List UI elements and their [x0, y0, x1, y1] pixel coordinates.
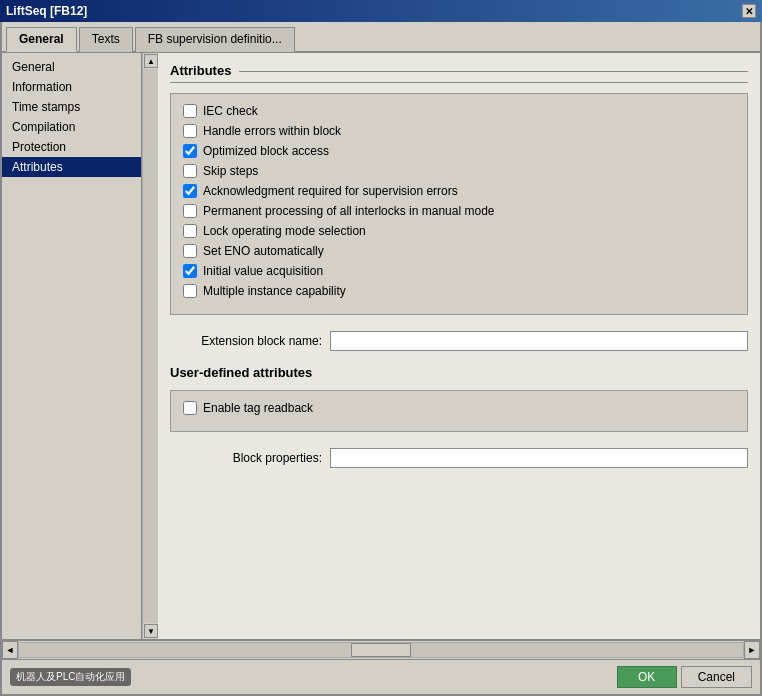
lock-operating-label: Lock operating mode selection [203, 224, 366, 238]
permanent-label: Permanent processing of all interlocks i… [203, 204, 494, 218]
scroll-track[interactable] [18, 642, 744, 658]
checkbox-multiple-instance: Multiple instance capability [183, 284, 735, 298]
ok-button[interactable]: OK [617, 666, 677, 688]
enable-tag-label: Enable tag readback [203, 401, 313, 415]
dialog: General Texts FB supervision definitio..… [0, 22, 762, 696]
sidebar-wrapper: General Information Time stamps Compilat… [2, 53, 158, 639]
sidebar-scroll-up[interactable]: ▲ [144, 54, 158, 68]
initial-value-label: Initial value acquisition [203, 264, 323, 278]
iec-check-label: IEC check [203, 104, 258, 118]
tab-texts[interactable]: Texts [79, 27, 133, 52]
optimized-input[interactable] [183, 144, 197, 158]
sidebar-item-information[interactable]: Information [2, 77, 141, 97]
initial-value-input[interactable] [183, 264, 197, 278]
permanent-input[interactable] [183, 204, 197, 218]
optimized-label: Optimized block access [203, 144, 329, 158]
extension-block-label: Extension block name: [170, 334, 330, 348]
checkbox-enable-tag: Enable tag readback [183, 401, 735, 415]
extension-block-input[interactable] [330, 331, 748, 351]
sidebar-item-protection[interactable]: Protection [2, 137, 141, 157]
user-defined-content: Enable tag readback [170, 390, 748, 432]
extension-block-row: Extension block name: [170, 325, 748, 357]
sidebar-item-timestamps[interactable]: Time stamps [2, 97, 141, 117]
title-bar: LiftSeq [FB12] ✕ [0, 0, 762, 22]
sidebar-scrollbar: ▲ ▼ [142, 53, 158, 639]
tab-bar: General Texts FB supervision definitio..… [2, 22, 760, 53]
sidebar-item-general[interactable]: General [2, 57, 141, 77]
sidebar-scroll-down[interactable]: ▼ [144, 624, 158, 638]
sidebar-scroll-track [143, 69, 158, 623]
scroll-right-btn[interactable]: ► [744, 641, 760, 659]
main-panel: Attributes IEC check Handle errors withi… [158, 53, 760, 639]
footer: 机器人及PLC自动化应用 OK Cancel [2, 659, 760, 694]
set-eno-input[interactable] [183, 244, 197, 258]
block-properties-label: Block properties: [170, 451, 330, 465]
checkbox-permanent: Permanent processing of all interlocks i… [183, 204, 735, 218]
acknowledgment-input[interactable] [183, 184, 197, 198]
content-area: General Information Time stamps Compilat… [2, 53, 760, 639]
user-defined-title: User-defined attributes [170, 365, 748, 380]
sidebar: General Information Time stamps Compilat… [2, 53, 142, 639]
checkbox-lock-operating: Lock operating mode selection [183, 224, 735, 238]
block-properties-input[interactable] [330, 448, 748, 468]
watermark-text: 机器人及PLC自动化应用 [10, 668, 131, 686]
cancel-button[interactable]: Cancel [681, 666, 752, 688]
checkbox-optimized: Optimized block access [183, 144, 735, 158]
footer-info: 机器人及PLC自动化应用 [10, 668, 613, 686]
multiple-instance-input[interactable] [183, 284, 197, 298]
block-properties-row: Block properties: [170, 442, 748, 474]
skip-steps-input[interactable] [183, 164, 197, 178]
user-defined-section: User-defined attributes Enable tag readb… [170, 365, 748, 474]
sidebar-item-compilation[interactable]: Compilation [2, 117, 141, 137]
sidebar-item-attributes[interactable]: Attributes [2, 157, 141, 177]
attributes-title-text: Attributes [170, 63, 231, 78]
tab-general[interactable]: General [6, 27, 77, 52]
acknowledgment-label: Acknowledgment required for supervision … [203, 184, 458, 198]
checkboxes-group: IEC check Handle errors within block Opt… [170, 93, 748, 315]
checkbox-initial-value: Initial value acquisition [183, 264, 735, 278]
skip-steps-label: Skip steps [203, 164, 258, 178]
scroll-thumb [351, 643, 411, 657]
enable-tag-input[interactable] [183, 401, 197, 415]
set-eno-label: Set ENO automatically [203, 244, 324, 258]
checkbox-iec-check: IEC check [183, 104, 735, 118]
checkbox-set-eno: Set ENO automatically [183, 244, 735, 258]
lock-operating-input[interactable] [183, 224, 197, 238]
close-button[interactable]: ✕ [742, 4, 756, 18]
scroll-left-btn[interactable]: ◄ [2, 641, 18, 659]
checkbox-acknowledgment: Acknowledgment required for supervision … [183, 184, 735, 198]
handle-errors-label: Handle errors within block [203, 124, 341, 138]
checkbox-skip-steps: Skip steps [183, 164, 735, 178]
handle-errors-input[interactable] [183, 124, 197, 138]
window-title: LiftSeq [FB12] [6, 4, 87, 18]
checkbox-handle-errors: Handle errors within block [183, 124, 735, 138]
tab-fb-supervision[interactable]: FB supervision definitio... [135, 27, 295, 52]
attributes-section-title: Attributes [170, 63, 748, 83]
multiple-instance-label: Multiple instance capability [203, 284, 346, 298]
iec-check-input[interactable] [183, 104, 197, 118]
bottom-scrollbar: ◄ ► [2, 639, 760, 659]
